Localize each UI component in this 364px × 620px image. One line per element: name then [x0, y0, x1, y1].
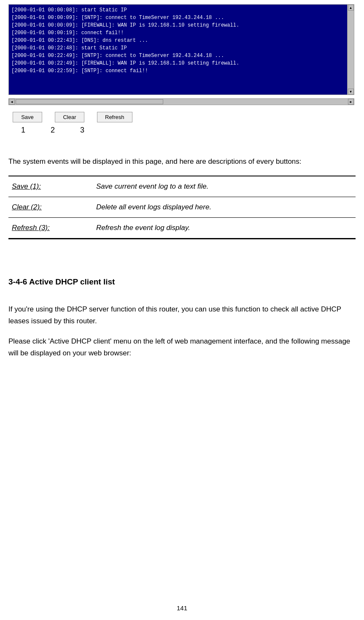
- desc-row-1: Clear (2):Delete all event logs displaye…: [8, 197, 356, 218]
- number-2: 2: [51, 126, 55, 135]
- spacer-1: [8, 147, 356, 156]
- scroll-left-button[interactable]: ◄: [9, 99, 15, 105]
- log-display: [2000-01-01 00:00:08]: start Static IP […: [8, 4, 354, 95]
- scroll-up-button[interactable]: ▲: [348, 5, 354, 11]
- buttons-row: Save Clear Refresh: [8, 112, 356, 122]
- desc-value-0: Save current event log to a text file.: [93, 176, 356, 197]
- number-3: 3: [80, 126, 84, 135]
- page-container: [2000-01-01 00:00:08]: start Static IP […: [0, 0, 364, 620]
- numbers-row: 1 2 3: [8, 126, 356, 135]
- desc-key-2: Refresh (3):: [8, 218, 93, 238]
- log-wrapper: [2000-01-01 00:00:08]: start Static IP […: [8, 4, 354, 105]
- intro-text: The system events will be displayed in t…: [8, 156, 356, 167]
- desc-key-1: Clear (2):: [8, 197, 93, 218]
- log-text: [2000-01-01 00:00:08]: start Static IP […: [9, 5, 354, 76]
- save-button[interactable]: Save: [13, 112, 42, 122]
- horizontal-scrollbar[interactable]: ◄ ►: [8, 98, 354, 105]
- spacer-2: [8, 239, 356, 273]
- body-para-2: Please click 'Active DHCP client' menu o…: [8, 336, 356, 359]
- page-number: 141: [0, 604, 364, 612]
- spacer-3: [8, 295, 356, 303]
- desc-value-2: Refresh the event log display.: [93, 218, 356, 238]
- scroll-right-button[interactable]: ►: [348, 99, 354, 105]
- desc-value-1: Delete all event logs displayed here.: [93, 197, 356, 218]
- section-title: 3-4-6 Active DHCP client list: [8, 277, 356, 287]
- desc-key-0: Save (1):: [8, 176, 93, 197]
- body-para-1: If you're using the DHCP server function…: [8, 303, 356, 327]
- scroll-down-button[interactable]: ▼: [348, 89, 354, 95]
- scroll-thumb-horizontal[interactable]: [16, 99, 163, 104]
- clear-button[interactable]: Clear: [55, 112, 84, 122]
- number-1: 1: [21, 126, 25, 135]
- desc-row-2: Refresh (3):Refresh the event log displa…: [8, 218, 356, 238]
- refresh-button[interactable]: Refresh: [97, 112, 132, 122]
- desc-row-0: Save (1):Save current event log to a tex…: [8, 176, 356, 197]
- description-table: Save (1):Save current event log to a tex…: [8, 176, 356, 238]
- vertical-scrollbar[interactable]: ▲ ▼: [347, 5, 354, 95]
